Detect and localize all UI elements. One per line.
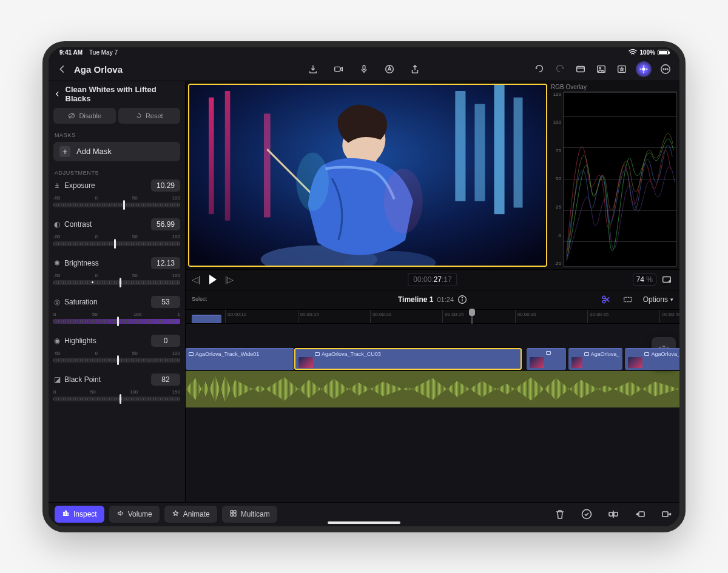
tab-inspect[interactable]: Inspect xyxy=(55,506,104,523)
timeline-title: Timeline 1 xyxy=(398,295,433,304)
adjustment-glyph-icon: ± xyxy=(53,181,61,190)
svg-rect-17 xyxy=(455,91,465,201)
trash-icon[interactable] xyxy=(553,508,567,521)
timeline-duration: 01:24 xyxy=(437,296,454,303)
video-clip[interactable]: AgaOrlova_Track_Wide01 xyxy=(186,348,294,370)
inspector-back-button[interactable] xyxy=(53,90,62,98)
adjustment-highlights: ◉Highlights 0 -50050100 xyxy=(53,335,180,367)
adjustment-glyph-icon: ◐ xyxy=(53,220,61,229)
adjustment-value[interactable]: 10.29 xyxy=(151,179,180,192)
clip-name: AgaOrlova_Track_Wide01 xyxy=(195,351,259,357)
clip-camera-icon xyxy=(546,351,551,355)
browser-icon[interactable] xyxy=(574,62,587,76)
status-bar: 9:41 AM Tue May 7 100% xyxy=(49,47,679,58)
svg-point-6 xyxy=(599,67,601,69)
audio-track[interactable] xyxy=(186,371,679,407)
preview-viewer[interactable] xyxy=(188,84,547,267)
prev-frame-button[interactable]: ◁| xyxy=(192,275,201,284)
video-clip[interactable] xyxy=(527,348,566,370)
share-icon[interactable] xyxy=(408,62,422,76)
video-clip[interactable]: AgaOrlova_ xyxy=(568,348,623,370)
scope-y-tick: 50 xyxy=(550,176,561,181)
ruler-mark: 00:00:15 xyxy=(298,310,319,323)
adjustment-saturation: ◎Saturation 53 0501001 xyxy=(53,296,180,329)
play-button[interactable] xyxy=(209,275,217,284)
adjustment-slider[interactable]: -50050100 xyxy=(53,234,180,251)
clip-camera-icon xyxy=(584,352,589,356)
timeline-options-button[interactable]: Options ▾ xyxy=(643,295,673,304)
timeline-tools-icon[interactable] xyxy=(621,293,635,306)
timeline-info-icon[interactable] xyxy=(457,295,467,304)
adjustment-slider[interactable]: -50050100 xyxy=(53,195,180,212)
adjustment-slider[interactable]: 050100150 xyxy=(53,389,180,406)
svg-point-10 xyxy=(663,69,664,69)
camera-icon[interactable] xyxy=(332,62,345,76)
adjustment-contrast: ◐Contrast 56.99 -50050100 xyxy=(53,218,180,251)
adjustments-section-label: ADJUSTMENTS xyxy=(55,170,180,176)
battery-icon xyxy=(658,50,669,55)
svg-rect-1 xyxy=(363,65,365,70)
photos-icon[interactable] xyxy=(595,62,608,76)
svg-rect-3 xyxy=(577,67,585,72)
scope-label: RGB Overlay xyxy=(550,84,677,90)
reset-button[interactable]: Reset xyxy=(118,108,181,124)
redo-icon[interactable] xyxy=(553,62,567,76)
video-clip[interactable]: AgaOrlova_Trac xyxy=(625,348,679,370)
effects-icon[interactable] xyxy=(615,62,629,76)
adjustment-slider[interactable]: -50050100 xyxy=(53,350,180,367)
undo-icon[interactable] xyxy=(533,62,546,76)
app-header: Aga Orlova xyxy=(49,58,679,81)
clip-camera-icon xyxy=(644,352,649,356)
more-icon[interactable] xyxy=(659,62,672,76)
adjustment-label: Exposure xyxy=(64,181,95,190)
import-icon[interactable] xyxy=(306,62,320,76)
scope-graph[interactable] xyxy=(563,92,677,267)
adjustment-value[interactable]: 82 xyxy=(151,374,180,386)
playhead[interactable] xyxy=(469,309,475,316)
tab-animate[interactable]: Animate xyxy=(164,506,217,523)
svg-rect-41 xyxy=(234,514,236,516)
timeline-tracks[interactable]: AgaOrlova_Track_Wide01AgaOrlova_Track_CU… xyxy=(186,324,679,502)
connect-clip-icon[interactable] xyxy=(607,508,620,521)
color-icon[interactable] xyxy=(636,61,652,77)
disable-button[interactable]: Disable xyxy=(53,108,116,124)
adjustment-value[interactable]: 56.99 xyxy=(151,218,180,230)
zoom-value[interactable]: 74 xyxy=(636,275,644,284)
add-mask-button[interactable]: + Add Mask xyxy=(53,142,180,161)
timecode-display[interactable]: 00:00:27:17 xyxy=(408,273,457,286)
status-time: 9:41 AM xyxy=(59,49,83,56)
adjustment-black-point: ◪Black Point 82 050100150 xyxy=(53,374,180,406)
tab-volume[interactable]: Volume xyxy=(109,506,160,523)
display-options-icon[interactable] xyxy=(660,273,673,286)
clip-camera-icon xyxy=(315,352,320,356)
adjustment-glyph-icon: ◎ xyxy=(53,298,61,306)
adjustment-exposure: ±Exposure 10.29 -50050100 xyxy=(53,179,180,212)
select-label: Select xyxy=(192,297,207,303)
svg-point-12 xyxy=(667,69,667,69)
next-frame-button[interactable]: |▷ xyxy=(225,275,234,284)
video-clip[interactable]: AgaOrlova_Track_CU03 xyxy=(294,348,521,370)
svg-rect-0 xyxy=(335,67,340,71)
adjustment-slider[interactable]: -50050100 xyxy=(53,273,180,290)
svg-rect-20 xyxy=(514,97,523,207)
adjustment-value[interactable]: 53 xyxy=(151,296,180,308)
adjustment-value[interactable]: 0 xyxy=(151,335,180,347)
tab-multicam[interactable]: Multicam xyxy=(222,506,277,523)
inspect-icon xyxy=(62,509,70,519)
adjustment-value[interactable]: 12.13 xyxy=(151,257,180,269)
project-title: Aga Orlova xyxy=(74,64,123,75)
home-indicator[interactable] xyxy=(328,521,400,524)
enable-disable-icon[interactable] xyxy=(580,508,593,521)
transport-bar: ◁| |▷ 00:00:27:17 74 % xyxy=(186,269,679,290)
titles-icon[interactable] xyxy=(383,62,396,76)
split-clip-icon[interactable] xyxy=(599,293,613,306)
voiceover-icon[interactable] xyxy=(357,62,371,76)
svg-point-31 xyxy=(462,297,462,298)
timeline-ruler[interactable]: 00:00:1000:00:1500:00:2000:00:2500:00:30… xyxy=(186,309,679,324)
video-scope: RGB Overlay 1201007550250-20 xyxy=(550,84,677,267)
adjustment-label: Highlights xyxy=(64,337,96,345)
insert-clip-icon[interactable] xyxy=(633,508,647,521)
adjustment-slider[interactable]: 0501001 xyxy=(53,312,180,329)
back-button[interactable] xyxy=(56,62,69,76)
append-clip-icon[interactable] xyxy=(660,508,673,521)
